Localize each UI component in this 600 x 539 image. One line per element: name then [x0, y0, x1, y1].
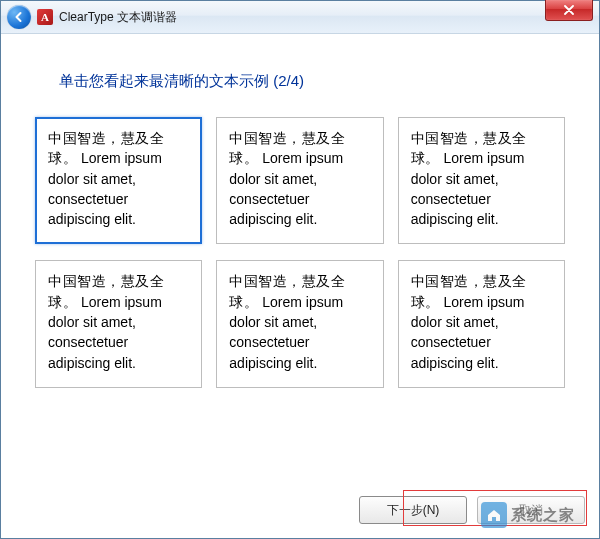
cancel-button[interactable]: 取消: [477, 496, 585, 524]
content-area: 单击您看起来最清晰的文本示例 (2/4) 中国智造，慧及全球。 Lorem ip…: [1, 34, 599, 398]
next-button[interactable]: 下一步(N): [359, 496, 467, 524]
text-sample-4[interactable]: 中国智造，慧及全球。 Lorem ipsum dolor sit amet, c…: [35, 260, 202, 387]
app-icon: A: [37, 9, 53, 25]
text-sample-2[interactable]: 中国智造，慧及全球。 Lorem ipsum dolor sit amet, c…: [216, 117, 383, 244]
cleartype-tuner-window: A ClearType 文本调谐器 单击您看起来最清晰的文本示例 (2/4) 中…: [0, 0, 600, 539]
close-icon: [563, 5, 575, 15]
sample-grid: 中国智造，慧及全球。 Lorem ipsum dolor sit amet, c…: [35, 117, 565, 388]
back-arrow-icon: [12, 10, 26, 24]
back-button[interactable]: [7, 5, 31, 29]
window-title: ClearType 文本调谐器: [59, 9, 177, 26]
text-sample-3[interactable]: 中国智造，慧及全球。 Lorem ipsum dolor sit amet, c…: [398, 117, 565, 244]
close-button[interactable]: [545, 0, 593, 21]
text-sample-6[interactable]: 中国智造，慧及全球。 Lorem ipsum dolor sit amet, c…: [398, 260, 565, 387]
wizard-footer: 下一步(N) 取消: [359, 496, 585, 524]
titlebar: A ClearType 文本调谐器: [1, 1, 599, 34]
page-heading: 单击您看起来最清晰的文本示例 (2/4): [59, 72, 565, 91]
text-sample-5[interactable]: 中国智造，慧及全球。 Lorem ipsum dolor sit amet, c…: [216, 260, 383, 387]
text-sample-1[interactable]: 中国智造，慧及全球。 Lorem ipsum dolor sit amet, c…: [35, 117, 202, 244]
